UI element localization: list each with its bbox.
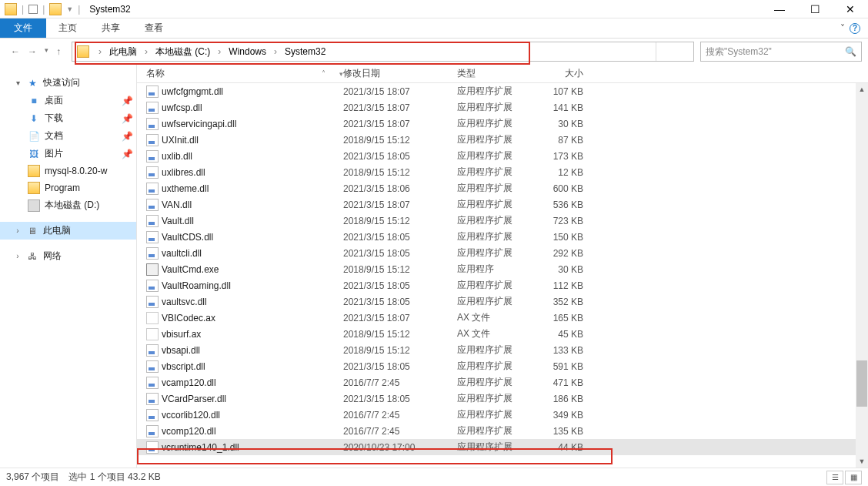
tab-share[interactable]: 共享	[89, 18, 132, 38]
file-tab[interactable]: 文件	[0, 18, 46, 38]
file-name: VaultCmd.exe	[162, 264, 343, 275]
file-row[interactable]: VaultCmd.exe2018/9/15 15:12应用程序30 KB	[137, 261, 868, 277]
chevron-right-icon[interactable]: ›	[94, 46, 106, 57]
nav-quick-item[interactable]: 本地磁盘 (D:)	[0, 196, 136, 214]
ribbon-expand-icon[interactable]: ˅	[840, 23, 845, 34]
file-row[interactable]: vcruntime140_1.dll2020/10/23 17:00应用程序扩展…	[137, 439, 868, 455]
file-size: 600 KB	[529, 183, 591, 194]
file-size: 173 KB	[529, 151, 591, 162]
file-row[interactable]: VCardParser.dll2021/3/15 18:05应用程序扩展186 …	[137, 390, 868, 407]
nav-quick-item[interactable]: 📄文档📌	[0, 127, 136, 145]
file-row[interactable]: vcamp120.dll2016/7/7 2:45应用程序扩展471 KB	[137, 374, 868, 390]
back-button[interactable]: ←	[11, 46, 20, 57]
scroll-thumb[interactable]	[856, 360, 867, 407]
breadcrumb[interactable]: System32	[282, 46, 329, 57]
file-name: vcomp120.dll	[162, 426, 343, 437]
file-row[interactable]: vaultsvc.dll2021/3/15 18:05应用程序扩展352 KB	[137, 293, 868, 310]
file-type: 应用程序扩展	[457, 182, 529, 195]
file-row[interactable]: uxlib.dll2021/3/15 18:05应用程序扩展173 KB	[137, 148, 868, 164]
ax-icon	[146, 328, 159, 340]
dll-icon	[146, 377, 159, 389]
nav-quick-item[interactable]: ■桌面📌	[0, 92, 136, 109]
chevron-right-icon[interactable]: ›	[213, 46, 225, 57]
file-row[interactable]: VaultCDS.dll2021/3/15 18:05应用程序扩展150 KB	[137, 229, 868, 245]
up-button[interactable]: ↑	[56, 46, 61, 57]
file-row[interactable]: uwfservicingapi.dll2021/3/15 18:07应用程序扩展…	[137, 116, 868, 132]
maximize-button[interactable]: ☐	[797, 0, 833, 18]
view-details-button[interactable]: ☰	[826, 471, 843, 484]
file-row[interactable]: VAN.dll2021/3/15 18:07应用程序扩展536 KB	[137, 196, 868, 213]
dll-icon	[146, 183, 159, 195]
col-name-header[interactable]: 名称 ˄ ▾	[146, 67, 343, 80]
nav-quick-item[interactable]: ⬇下载📌	[0, 109, 136, 127]
tab-view[interactable]: 查看	[132, 18, 175, 38]
chevron-right-icon[interactable]: ›	[269, 46, 282, 57]
file-row[interactable]: vaultcli.dll2021/3/15 18:05应用程序扩展292 KB	[137, 245, 868, 261]
file-row[interactable]: uwfcfgmgmt.dll2021/3/15 18:07应用程序扩展107 K…	[137, 83, 868, 99]
nav-quick-item[interactable]: 🖼图片📌	[0, 145, 136, 163]
pc-icon: 🖥	[26, 225, 38, 237]
col-size-header[interactable]: 大小	[529, 67, 591, 80]
col-type-header[interactable]: 类型	[457, 67, 529, 80]
chevron-right-icon[interactable]: ›	[14, 252, 22, 260]
col-date-header[interactable]: 修改日期	[343, 67, 457, 80]
file-row[interactable]: uxlibres.dll2018/9/15 15:12应用程序扩展12 KB	[137, 164, 868, 180]
qat-dropdown-icon[interactable]: ▼	[66, 5, 73, 13]
file-size: 12 KB	[529, 167, 591, 178]
view-thumbnails-button[interactable]: ▦	[845, 471, 862, 484]
file-row[interactable]: UXInit.dll2018/9/15 15:12应用程序扩展87 KB	[137, 132, 868, 148]
qat-checkbox-icon[interactable]	[28, 5, 38, 14]
pin-icon: 📌	[122, 113, 133, 124]
file-row[interactable]: VaultRoaming.dll2021/3/15 18:05应用程序扩展112…	[137, 277, 868, 293]
chevron-down-icon[interactable]: ▾	[14, 79, 22, 87]
address-bar[interactable]: › 此电脑 › 本地磁盘 (C:) › Windows › System32	[72, 42, 694, 62]
ribbon: 文件 主页 共享 查看 ˅ ?	[0, 18, 868, 39]
chevron-right-icon[interactable]: ›	[140, 46, 152, 57]
file-name: vbisurf.ax	[162, 329, 343, 340]
file-row[interactable]: uwfcsp.dll2021/3/15 18:07应用程序扩展141 KB	[137, 99, 868, 116]
file-row[interactable]: Vault.dll2018/9/15 15:12应用程序扩展723 KB	[137, 213, 868, 229]
file-size: 45 KB	[529, 329, 591, 340]
file-row[interactable]: VBICodec.ax2021/3/15 18:07AX 文件165 KB	[137, 310, 868, 326]
file-type: AX 文件	[457, 327, 529, 340]
file-type: 应用程序扩展	[457, 198, 529, 211]
file-date: 2021/3/15 18:05	[343, 151, 457, 162]
breadcrumb[interactable]: Windows	[225, 46, 269, 57]
file-row[interactable]: vccorlib120.dll2016/7/7 2:45应用程序扩展349 KB	[137, 407, 868, 423]
file-row[interactable]: vbscript.dll2021/3/15 18:05应用程序扩展591 KB	[137, 358, 868, 374]
nav-quick-item[interactable]: Program	[0, 179, 136, 196]
help-icon[interactable]: ?	[850, 23, 860, 34]
file-name: vaultcli.dll	[162, 248, 343, 259]
chevron-right-icon[interactable]: ›	[14, 226, 22, 235]
scroll-up-icon[interactable]: ▲	[856, 83, 868, 96]
forward-button[interactable]: →	[28, 46, 37, 57]
nav-quick-item[interactable]: mysql-8.0.20-w	[0, 163, 136, 179]
file-size: 723 KB	[529, 216, 591, 226]
file-row[interactable]: vbisurf.ax2018/9/15 15:12AX 文件45 KB	[137, 326, 868, 342]
file-row[interactable]: vbsapi.dll2018/9/15 15:12应用程序扩展133 KB	[137, 342, 868, 358]
tab-home[interactable]: 主页	[46, 18, 89, 38]
scroll-down-icon[interactable]: ▼	[856, 455, 868, 468]
file-type: 应用程序扩展	[457, 214, 529, 227]
scrollbar[interactable]: ▲ ▼	[856, 83, 868, 468]
file-size: 44 KB	[529, 442, 591, 453]
file-name: Vault.dll	[162, 216, 343, 226]
file-size: 292 KB	[529, 248, 591, 259]
breadcrumb[interactable]: 此电脑	[106, 45, 140, 59]
file-name: uwfservicingapi.dll	[162, 119, 343, 129]
file-date: 2018/9/15 15:12	[343, 345, 457, 356]
breadcrumb[interactable]: 本地磁盘 (C:)	[152, 45, 213, 59]
minimize-button[interactable]: —	[762, 0, 797, 18]
search-input[interactable]: 搜索"System32" 🔍	[700, 42, 862, 62]
recent-dropdown-icon[interactable]: ▾	[45, 46, 48, 57]
file-size: 165 KB	[529, 313, 591, 323]
nav-quick-access[interactable]: ▾ ★ 快速访问	[0, 74, 136, 92]
file-name: uwfcsp.dll	[162, 102, 343, 113]
file-row[interactable]: uxtheme.dll2021/3/15 18:06应用程序扩展600 KB	[137, 180, 868, 196]
nav-label: 桌面	[45, 94, 63, 107]
file-row[interactable]: vcomp120.dll2016/7/7 2:45应用程序扩展135 KB	[137, 423, 868, 439]
nav-network[interactable]: › 🖧 网络	[0, 247, 136, 265]
close-button[interactable]: ✕	[833, 0, 868, 18]
file-type: 应用程序扩展	[457, 344, 529, 357]
nav-this-pc[interactable]: › 🖥 此电脑	[0, 222, 136, 240]
